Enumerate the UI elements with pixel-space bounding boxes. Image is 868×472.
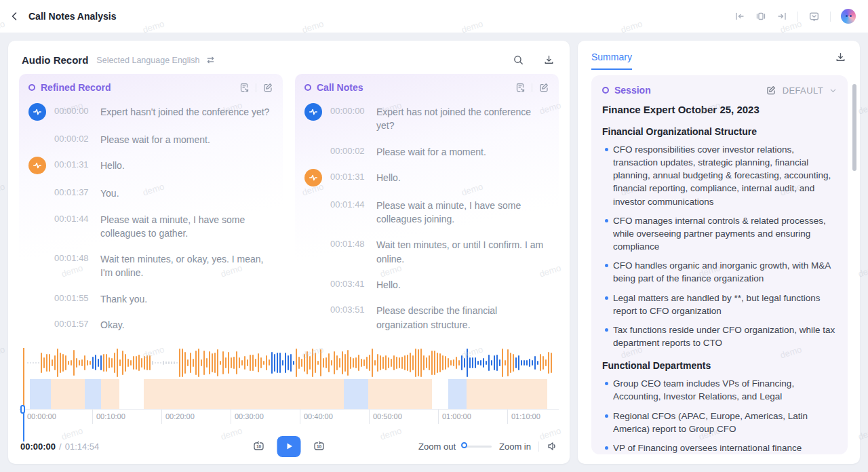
wave-bar (247, 359, 248, 367)
timestamp[interactable]: 00:01:48 (54, 250, 94, 263)
timestamp[interactable]: 00:01:31 (54, 157, 94, 170)
wave-bar (323, 358, 324, 367)
waveform[interactable] (19, 348, 559, 378)
timestamp[interactable]: 00:04:20 (330, 342, 370, 342)
transcript-text[interactable]: The financial organization structure inc… (376, 342, 549, 342)
wave-bar (106, 354, 107, 372)
timeline[interactable]: 00:00:0000:10:0000:20:0000:30:0000:40:00… (19, 409, 559, 424)
zoom-slider-knob[interactable] (461, 442, 467, 448)
timestamp[interactable]: 00:01:31 (330, 169, 370, 182)
volume-icon[interactable] (547, 441, 557, 452)
speaker-avatar-orange (28, 157, 46, 174)
summary-sections: Financial Organizational StructureCFO re… (602, 126, 837, 454)
wave-bar (81, 359, 83, 366)
transcript-text[interactable]: Wait ten minutes, or until I confirm. I … (376, 236, 549, 266)
playhead-handle[interactable] (20, 405, 25, 414)
feedback-icon[interactable] (808, 11, 820, 22)
transcript-text[interactable]: Please wait a minute, I have some collea… (376, 197, 549, 227)
play-button[interactable] (277, 436, 301, 457)
wave-bar (486, 361, 487, 366)
timestamp[interactable]: 00:01:37 (54, 184, 94, 197)
wave-bar (79, 360, 80, 366)
preset-dropdown[interactable]: DEFAULT (783, 85, 823, 96)
skip-forward-10-icon[interactable]: 10 (313, 439, 326, 453)
summary-download-icon[interactable] (835, 52, 846, 63)
timestamp[interactable]: 00:01:57 (54, 316, 94, 329)
skip-back-10-icon[interactable]: 10 (252, 439, 266, 453)
wave-bar (382, 357, 384, 370)
transcript-text[interactable]: Please wait for a moment. (376, 143, 486, 159)
export-note-icon[interactable] (239, 82, 250, 93)
wave-bar (507, 349, 509, 377)
transcript-text[interactable]: Hello. (100, 157, 125, 172)
session-edit-icon[interactable] (766, 85, 776, 96)
zoom-in-label[interactable]: Zoom in (499, 441, 531, 452)
wave-bar (315, 353, 316, 373)
transcript-row: 00:04:20The financial organization struc… (304, 342, 549, 342)
timestamp[interactable]: 00:00:00 (54, 103, 94, 116)
timestamp[interactable]: 00:00:02 (330, 143, 370, 156)
wave-bar (464, 358, 465, 368)
transcript-text[interactable]: Wait ten minutes, or okay, yes. I mean, … (100, 250, 273, 280)
transcript-text[interactable]: Hello. (376, 276, 401, 292)
user-avatar[interactable] (841, 9, 856, 24)
transcript-text[interactable]: Hello. (100, 342, 125, 342)
wave-bar (336, 355, 338, 370)
transcript-text[interactable]: Expert has not joined the conference yet… (376, 103, 549, 133)
chevron-down-icon[interactable] (829, 87, 837, 94)
scrollbar-thumb[interactable] (852, 84, 856, 171)
transcript-text[interactable]: Please describe the financial organizati… (376, 302, 549, 332)
transcript-text[interactable]: Thank you. (100, 290, 147, 306)
edit-icon[interactable] (262, 82, 273, 93)
timestamp[interactable]: 00:03:41 (54, 342, 94, 342)
tab-summary[interactable]: Summary (591, 52, 632, 70)
search-icon[interactable] (513, 54, 524, 66)
transcript-row: 00:01:55Thank you. (28, 290, 273, 306)
svg-text:10: 10 (256, 444, 262, 449)
timestamp[interactable]: 00:01:44 (330, 197, 370, 210)
download-icon[interactable] (543, 54, 555, 66)
timestamp[interactable]: 00:00:02 (54, 131, 94, 144)
timestamp[interactable]: 00:01:44 (54, 211, 94, 224)
wave-bar (206, 358, 208, 368)
export-note-icon[interactable] (515, 82, 526, 93)
wave-bar (133, 356, 134, 369)
heatmap-segment (188, 379, 196, 409)
zoom-slider[interactable] (463, 446, 492, 448)
waveform-heatmap[interactable] (19, 379, 559, 409)
edit-icon[interactable] (538, 82, 549, 93)
transcript-row: 00:01:31Hello. (28, 157, 273, 174)
player-controls: 00:00:00 / 01:14:54 10 10 Zoom out Zoom … (20, 435, 557, 458)
transcript-text[interactable]: Okay. (100, 316, 125, 332)
wave-bar (521, 360, 522, 365)
transcript-text[interactable]: Please wait for a moment. (100, 131, 210, 146)
timestamp[interactable]: 00:03:41 (330, 276, 370, 289)
wave-bar (502, 349, 503, 377)
timestamp[interactable]: 00:01:48 (330, 236, 370, 249)
heatmap-segment (416, 379, 432, 409)
timestamp[interactable]: 00:01:55 (54, 290, 94, 303)
collapse-right-icon[interactable] (776, 11, 787, 22)
wave-bar (100, 355, 102, 370)
transcript-row: 00:01:48Wait ten minutes, or okay, yes. … (28, 250, 273, 280)
wave-bar (439, 353, 441, 372)
transcript-text[interactable]: Please wait a minute, I have some collea… (100, 211, 273, 241)
wave-bar (68, 361, 69, 365)
panels-icon[interactable] (755, 11, 766, 22)
zoom-out-label[interactable]: Zoom out (418, 441, 456, 452)
summary-bullet: Tax functions reside under CFO organizat… (602, 323, 837, 349)
timestamp[interactable]: 00:00:00 (330, 103, 370, 116)
collapse-left-icon[interactable] (734, 11, 745, 22)
wave-bar (472, 357, 473, 369)
back-button[interactable] (9, 11, 20, 22)
wave-bar (331, 360, 332, 366)
divider (830, 12, 831, 22)
timestamp[interactable]: 00:03:51 (330, 302, 370, 315)
swap-language-icon[interactable] (205, 55, 216, 65)
transcript-text[interactable]: Hello. (376, 169, 401, 184)
transcript-text[interactable]: You. (100, 184, 119, 200)
transcript-text[interactable]: Expert hasn't joined the conference yet? (100, 103, 269, 119)
summary-bullet: Legal matters are handled by **, but leg… (602, 292, 837, 317)
wave-bar (209, 351, 210, 374)
wave-bar (515, 357, 517, 368)
